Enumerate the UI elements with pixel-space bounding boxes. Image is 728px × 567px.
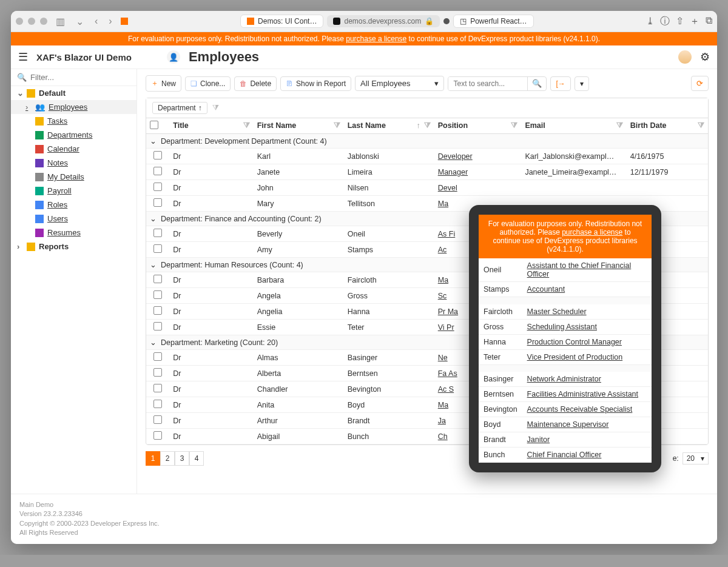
sidebar-filter[interactable]: 🔍	[11, 69, 136, 86]
popup-position[interactable]: Scheduling Assistant	[522, 319, 652, 334]
table-row[interactable]: Dr Janete Limeira Manager Janete_Limeira…	[146, 164, 708, 180]
chevron-down-icon[interactable]: ⌄	[73, 16, 86, 27]
new-tab-icon[interactable]: ＋	[690, 15, 699, 28]
gear-icon[interactable]: ⚙	[700, 50, 710, 64]
table-row[interactable]: Dr John Nilsen Devel	[146, 180, 708, 196]
filter-input[interactable]	[30, 73, 130, 82]
popup-row[interactable]: BrandtJanitor	[479, 432, 652, 448]
popup-position[interactable]: Facilities Administrative Assistant	[522, 387, 652, 402]
popup-row[interactable]: BoydMaintenance Supervisor	[479, 417, 652, 432]
popup-row[interactable]: HannaProduction Control Manager	[479, 334, 652, 349]
row-checkbox[interactable]	[153, 368, 162, 377]
browser-tab-1[interactable]: Demos: UI Cont…	[240, 15, 323, 28]
browser-tab-2[interactable]: ◳ Powerful React…	[453, 15, 533, 28]
row-checkbox[interactable]	[153, 229, 162, 237]
close-dot[interactable]	[16, 18, 23, 25]
delete-button[interactable]: 🗑Delete	[234, 76, 277, 91]
sidebar-item-tasks[interactable]: Tasks	[11, 114, 136, 128]
purchase-license-link[interactable]: purchase a license	[562, 228, 622, 237]
group-row[interactable]: ⌄ Department: Development Department (Co…	[146, 134, 708, 149]
popup-position[interactable]: Maintenance Supervisor	[522, 417, 652, 432]
cell-position[interactable]: Devel	[434, 180, 522, 196]
filter-icon[interactable]: ⧩	[212, 103, 219, 113]
popup-position[interactable]: Network Administrator	[522, 372, 652, 387]
download-icon[interactable]: ⤓	[646, 15, 654, 28]
back-icon[interactable]: ‹	[92, 16, 100, 27]
popup-row[interactable]: TeterVice President of Production	[479, 349, 652, 364]
row-checkbox[interactable]	[153, 322, 162, 330]
popup-position[interactable]: Master Scheduler	[522, 304, 652, 320]
forward-icon[interactable]: ›	[106, 16, 114, 27]
col-position[interactable]: Position⧩	[434, 118, 522, 134]
row-checkbox[interactable]	[153, 431, 162, 440]
row-checkbox[interactable]	[153, 167, 162, 175]
show-in-report-button[interactable]: 🖹Show in Report	[280, 76, 351, 91]
popup-position[interactable]: Production Control Manager	[522, 334, 652, 349]
search-button[interactable]: 🔍	[527, 77, 546, 90]
row-checkbox[interactable]	[153, 275, 162, 283]
popup-position[interactable]: Chief Financial Officer	[522, 448, 652, 463]
sidebar-item-employees[interactable]: ›👥Employees	[11, 100, 136, 114]
purchase-license-link[interactable]: purchase a license	[346, 35, 406, 43]
page-1[interactable]: 1	[146, 451, 160, 466]
popup-position[interactable]: Accountant	[522, 282, 652, 297]
popup-row[interactable]: StampsAccountant	[479, 282, 652, 297]
export-button[interactable]: [→	[550, 76, 570, 91]
page-size-selector[interactable]: 20▾	[682, 452, 709, 465]
new-button[interactable]: ＋New	[146, 75, 181, 92]
row-checkbox[interactable]	[153, 352, 162, 361]
row-checkbox[interactable]	[153, 151, 162, 159]
row-checkbox[interactable]	[153, 244, 162, 253]
view-selector[interactable]: All Employees▾	[355, 76, 444, 91]
info-icon[interactable]: ⓘ	[660, 15, 670, 28]
table-row[interactable]: Dr Karl Jablonski Developer Karl_Jablons…	[146, 149, 708, 164]
row-checkbox[interactable]	[153, 290, 162, 299]
page-4[interactable]: 4	[189, 451, 204, 466]
row-checkbox[interactable]	[153, 400, 162, 408]
popup-position[interactable]: Vice President of Production	[522, 349, 652, 364]
col-title[interactable]: Title⧩	[169, 118, 253, 134]
sidebar-group-reports[interactable]: ›Reports	[11, 240, 136, 253]
popup-position[interactable]: Janitor	[522, 432, 652, 448]
hamburger-icon[interactable]: ☰	[18, 50, 28, 64]
header-select-all[interactable]	[146, 118, 169, 134]
sidebar-item-roles[interactable]: Roles	[11, 198, 136, 212]
col-email[interactable]: Email⧩	[521, 118, 626, 134]
max-dot[interactable]	[40, 18, 47, 25]
sidebar-item-payroll[interactable]: Payroll	[11, 184, 136, 198]
clone-button[interactable]: ❏Clone...	[185, 76, 231, 91]
col-last-name[interactable]: Last Name⧩↑	[344, 118, 434, 134]
popup-row[interactable]: BunchChief Financial Officer	[479, 448, 652, 463]
popup-row[interactable]: GrossScheduling Assistant	[479, 319, 652, 334]
sidebar-item-calendar[interactable]: Calendar	[11, 142, 136, 156]
row-checkbox[interactable]	[153, 415, 162, 424]
cell-position[interactable]: Developer	[434, 149, 522, 164]
circle-icon[interactable]	[443, 18, 450, 24]
col-birth-date[interactable]: Birth Date⧩	[627, 118, 708, 134]
sidebar-item-notes[interactable]: Notes	[11, 156, 136, 170]
min-dot[interactable]	[28, 18, 35, 25]
user-avatar[interactable]	[678, 50, 692, 64]
popup-row[interactable]: BevingtonAccounts Receivable Specialist	[479, 402, 652, 417]
export-dd[interactable]: ▾	[575, 76, 589, 91]
page-3[interactable]: 3	[175, 451, 189, 466]
sidebar-icon[interactable]: ▥	[53, 16, 67, 27]
row-checkbox[interactable]	[153, 306, 162, 315]
refresh-button[interactable]: ⟳	[691, 76, 709, 91]
group-panel[interactable]: Department ↑ ⧩	[146, 98, 708, 118]
sidebar-item-users[interactable]: Users	[11, 212, 136, 226]
page-2[interactable]: 2	[160, 451, 175, 466]
row-checkbox[interactable]	[153, 198, 162, 207]
popup-row[interactable]: FairclothMaster Scheduler	[479, 304, 652, 320]
popup-row[interactable]: BerntsenFacilities Administrative Assist…	[479, 387, 652, 402]
popup-position[interactable]: Accounts Receivable Specialist	[522, 402, 652, 417]
sidebar-group-default[interactable]: ⌄Default	[11, 86, 136, 100]
popup-position[interactable]: Assistant to the Chief Financial Officer	[522, 258, 652, 282]
search-input[interactable]	[448, 77, 527, 90]
row-checkbox[interactable]	[153, 183, 162, 191]
group-chip-department[interactable]: Department ↑	[152, 102, 207, 114]
share-icon[interactable]: ⇧	[676, 15, 684, 28]
url-bar[interactable]: demos.devexpress.com 🔒	[327, 15, 440, 27]
tabs-icon[interactable]: ⧉	[706, 15, 712, 28]
popup-row[interactable]: BasingerNetwork Administrator	[479, 372, 652, 387]
